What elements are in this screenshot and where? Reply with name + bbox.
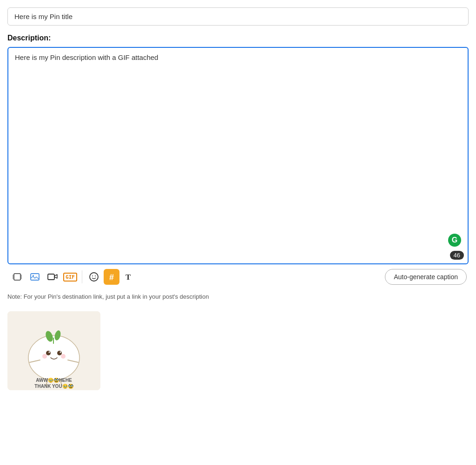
toolbar: GIF # T Auto-generate caption bbox=[7, 264, 469, 289]
auto-generate-caption-button[interactable]: Auto-generate caption bbox=[385, 269, 467, 285]
description-wrapper: Here is my Pin description with a GIF at… bbox=[7, 47, 469, 264]
svg-rect-2 bbox=[21, 275, 22, 279]
svg-point-19 bbox=[57, 351, 62, 355]
svg-text:T: T bbox=[126, 273, 131, 282]
description-label: Description: bbox=[7, 34, 469, 42]
note-text: Note: For your Pin's destination link, j… bbox=[7, 293, 469, 300]
char-count: 46 bbox=[450, 251, 464, 260]
svg-rect-5 bbox=[48, 274, 54, 280]
svg-point-22 bbox=[42, 354, 47, 359]
toolbar-divider bbox=[82, 270, 82, 283]
svg-point-21 bbox=[60, 352, 61, 353]
svg-text:#: # bbox=[109, 273, 114, 282]
description-textarea[interactable]: Here is my Pin description with a GIF at… bbox=[8, 48, 468, 262]
gif-attachment: AWW🥹🥸HEHE THANK YOU🥹🥸 bbox=[7, 311, 100, 390]
svg-point-8 bbox=[95, 275, 96, 276]
title-input[interactable] bbox=[7, 7, 469, 26]
svg-rect-1 bbox=[13, 275, 13, 279]
svg-rect-0 bbox=[14, 274, 20, 280]
carousel-icon[interactable] bbox=[9, 269, 25, 285]
svg-text:AWW🥹🥸HEHE: AWW🥹🥸HEHE bbox=[36, 377, 72, 383]
svg-point-20 bbox=[49, 352, 50, 353]
svg-point-7 bbox=[92, 275, 93, 276]
video-icon[interactable] bbox=[45, 269, 60, 285]
text-icon[interactable]: T bbox=[121, 269, 137, 285]
svg-point-6 bbox=[90, 273, 98, 281]
svg-point-23 bbox=[61, 354, 66, 359]
svg-text:THANK YOU🥹🥸: THANK YOU🥹🥸 bbox=[34, 383, 73, 389]
svg-point-18 bbox=[46, 351, 51, 355]
gif-image: AWW🥹🥸HEHE THANK YOU🥹🥸 bbox=[7, 311, 100, 390]
image-icon[interactable] bbox=[27, 269, 43, 285]
grammarly-icon[interactable]: G bbox=[448, 234, 461, 247]
emoji-icon[interactable] bbox=[86, 269, 102, 285]
gif-icon[interactable]: GIF bbox=[62, 269, 78, 285]
hashtag-icon[interactable]: # bbox=[104, 269, 119, 285]
gif-label: GIF bbox=[63, 273, 77, 282]
